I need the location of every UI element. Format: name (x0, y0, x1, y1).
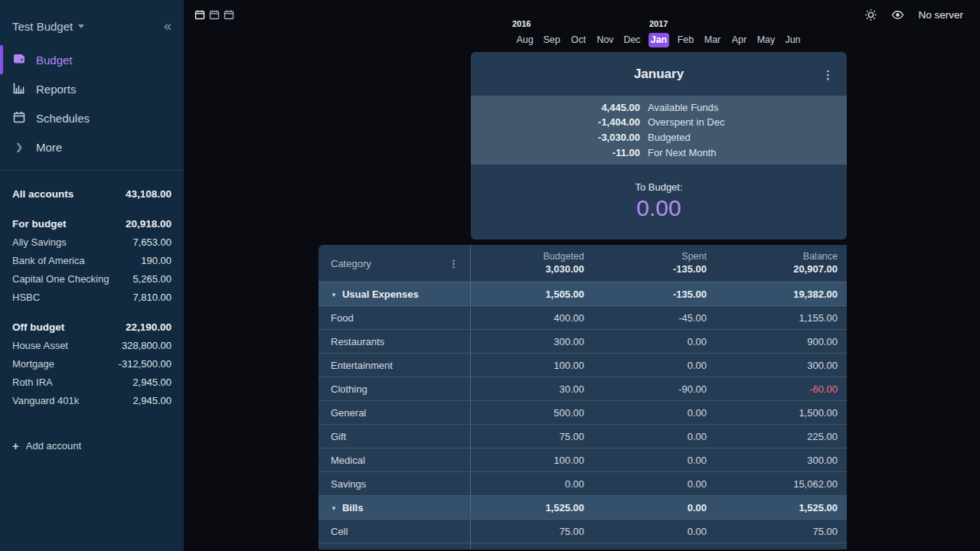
budgeted-cell[interactable]: 100.00 (471, 448, 593, 471)
add-account-wrap: + Add account (0, 409, 184, 455)
account-row[interactable]: Capital One Checking 5,265.00 (12, 269, 172, 288)
account-row[interactable]: All accounts 43,108.00 (12, 184, 172, 203)
spent-cell[interactable]: 0.00 (593, 472, 716, 495)
privacy-eye-icon[interactable] (891, 8, 904, 21)
balance-cell[interactable]: 1,155.00 (716, 306, 847, 329)
spent-cell[interactable]: 0.00 (593, 330, 716, 353)
month-menu-dots-icon[interactable]: ⋮ (822, 68, 834, 80)
budget-file-title: Test Budget (12, 20, 73, 33)
category-name-cell[interactable]: ▼ Food (318, 306, 471, 329)
account-name: Vanguard 401k (12, 395, 79, 406)
balance-cell[interactable]: 300.00 (716, 354, 847, 377)
nav-item-more[interactable]: ❯ More (0, 132, 184, 161)
category-name-cell[interactable]: ▼ Gift (318, 425, 471, 448)
spent-cell[interactable]: 0.00 (593, 496, 716, 519)
account-balance: 7,810.00 (132, 292, 172, 303)
summary-amount[interactable]: -1,404.00 (471, 115, 640, 130)
to-budget-section[interactable]: To Budget: 0.00 (471, 165, 847, 240)
month-tab[interactable]: May (756, 33, 776, 47)
account-row[interactable]: Mortgage -312,500.00 (12, 354, 172, 373)
category-name-cell[interactable]: ▼ (318, 543, 471, 549)
summary-amount[interactable]: -11.00 (471, 145, 640, 161)
budgeted-cell[interactable]: 75.00 (471, 520, 593, 543)
category-row: ▼ General 500.00 0.00 1,500.00 (318, 401, 847, 425)
budgeted-cell[interactable]: 300.00 (471, 330, 593, 353)
balance-cell[interactable]: 1,525.00 (716, 496, 847, 519)
balance-cell[interactable]: 300.00 (716, 448, 847, 471)
budgeted-cell[interactable]: 1,505.00 (471, 282, 593, 305)
nav-item-reports[interactable]: Reports (0, 74, 184, 103)
caret-down-icon[interactable]: ▼ (331, 504, 337, 511)
spent-cell[interactable]: 0.00 (593, 448, 716, 471)
budgeted-cell[interactable]: 400.00 (471, 306, 593, 329)
balance-cell[interactable]: 75.00 (716, 520, 847, 543)
category-name-cell[interactable]: ▼ Entertainment (318, 354, 471, 377)
month-tab[interactable]: Aug (514, 33, 535, 47)
budgeted-cell[interactable]: 500.00 (471, 401, 593, 424)
budget-file-menu[interactable]: Test Budget (12, 20, 84, 33)
balance-cell[interactable]: 225.00 (716, 425, 847, 448)
account-row[interactable]: HSBC 7,810.00 (12, 288, 172, 306)
month-tab[interactable]: Jan (648, 33, 669, 47)
add-account-button[interactable]: + Add account (12, 436, 172, 455)
account-row[interactable]: Vanguard 401k 2,945.00 (12, 391, 172, 409)
category-name-cell[interactable]: ▼ Bills (318, 496, 471, 519)
account-row[interactable]: For budget 20,918.00 (12, 214, 172, 233)
summary-label: Budgeted (648, 130, 847, 145)
month-tab[interactable]: Mar (702, 33, 723, 47)
calendar-view-icon[interactable] (209, 9, 220, 20)
category-name-cell[interactable]: ▼ Cell (318, 520, 471, 543)
calendar-view-icon[interactable] (194, 9, 205, 20)
spent-cell[interactable]: -135.00 (593, 282, 716, 305)
nav-item-schedules[interactable]: Schedules (0, 103, 184, 132)
budgeted-cell[interactable]: 75.00 (471, 425, 593, 448)
spent-cell[interactable]: 0.00 (593, 425, 716, 448)
server-status-button[interactable]: No server (918, 9, 963, 21)
spent-cell[interactable]: -90.00 (593, 377, 716, 400)
budgeted-cell[interactable]: 30.00 (471, 377, 593, 400)
month-tab[interactable]: Oct (568, 33, 589, 47)
spent-cell[interactable]: 0.00 (593, 354, 716, 377)
category-menu-dots-icon[interactable]: ⋮ (449, 259, 459, 269)
month-tab[interactable]: Jun (782, 33, 803, 47)
account-row[interactable]: Roth IRA 2,945.00 (12, 373, 172, 391)
balance-cell[interactable]: 15,062.00 (716, 472, 847, 495)
account-row[interactable]: Ally Savings 7,653.00 (12, 233, 172, 251)
account-name: HSBC (12, 292, 40, 303)
spent-cell[interactable]: 0.00 (593, 520, 716, 543)
month-tab[interactable]: Nov (595, 33, 616, 47)
spent-cell[interactable]: -45.00 (593, 306, 716, 329)
balance-cell[interactable]: 900.00 (716, 330, 847, 353)
caret-down-icon[interactable]: ▼ (331, 291, 337, 298)
account-row[interactable]: Off budget 22,190.00 (12, 318, 172, 336)
category-name-cell[interactable]: ▼ Clothing (318, 377, 471, 400)
calendar-view-icon[interactable] (224, 9, 234, 20)
budgeted-cell[interactable]: 100.00 (471, 354, 593, 377)
collapse-sidebar-icon[interactable]: « (164, 19, 172, 33)
category-name-cell[interactable]: ▼ General (318, 401, 471, 424)
account-row[interactable]: Bank of America 190.00 (12, 251, 172, 269)
nav-label-schedules: Schedules (36, 112, 90, 125)
balance-cell[interactable]: 19,382.00 (716, 282, 847, 305)
theme-sun-icon[interactable] (864, 8, 877, 21)
account-row[interactable]: House Asset 328,800.00 (12, 336, 172, 354)
category-row: ▼ Restaurants 300.00 0.00 900.00 (318, 330, 847, 354)
month-tab[interactable]: Feb (675, 33, 696, 47)
summary-amount[interactable]: -3,030.00 (471, 130, 640, 145)
category-name-cell[interactable]: ▼ Medical (318, 448, 471, 471)
month-tab[interactable]: Dec (622, 33, 642, 47)
category-name-cell[interactable]: ▼ Restaurants (318, 330, 471, 353)
category-name-cell[interactable]: ▼ Usual Expenses (318, 282, 471, 305)
budgeted-cell[interactable]: 1,525.00 (471, 496, 593, 519)
month-view-buttons (194, 9, 234, 20)
balance-cell[interactable]: 1,500.00 (716, 401, 847, 424)
balance-cell[interactable]: -60.00 (716, 377, 847, 400)
budgeted-cell[interactable]: 0.00 (471, 472, 593, 495)
category-name-cell[interactable]: ▼ Savings (318, 472, 471, 495)
month-tab[interactable]: Sep (541, 33, 562, 47)
summary-amount[interactable]: 4,445.00 (471, 100, 640, 116)
month-tab[interactable]: Apr (729, 33, 750, 47)
to-budget-amount[interactable]: 0.00 (471, 195, 847, 221)
nav-item-budget[interactable]: Budget (0, 45, 184, 74)
spent-cell[interactable]: 0.00 (593, 401, 716, 424)
